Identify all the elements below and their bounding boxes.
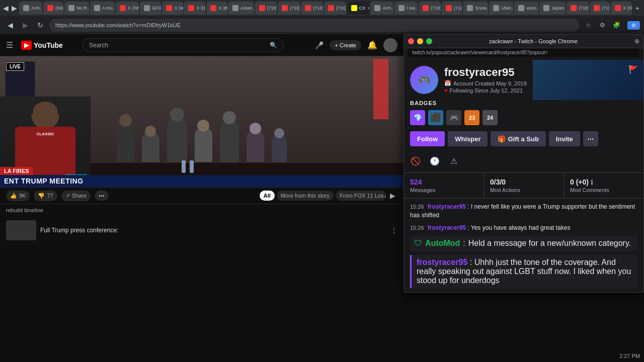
next-tab-btn[interactable]: ▶	[388, 190, 397, 202]
search-icon: 🔍	[270, 42, 277, 49]
close-window-btn[interactable]	[408, 38, 414, 44]
tab-34[interactable]: X 34	[162, 2, 183, 15]
chat-messages: 15:26 frostyracer95 : I never felt like …	[404, 199, 643, 292]
badge-verified[interactable]: ⬛	[428, 110, 443, 125]
window-action-btn[interactable]: ⊕	[634, 38, 639, 45]
create-btn[interactable]: + Create	[330, 40, 361, 50]
new-tab-btn[interactable]: +	[633, 2, 642, 14]
rebuild-area: rebuild timeline	[0, 204, 404, 216]
minimize-window-btn[interactable]	[417, 38, 423, 44]
tab-forward-btn[interactable]: ▶	[11, 3, 18, 13]
user-avatar-twitch: 🎮	[410, 66, 438, 94]
dislike-btn[interactable]: 👎 77	[34, 191, 57, 201]
tab-38[interactable]: X 38	[206, 2, 227, 15]
badges-row: 💎 ⬛ 🎮 23 24	[410, 110, 637, 125]
account-btn[interactable]: ⚙	[596, 19, 608, 31]
forward-btn[interactable]: ▶	[19, 19, 31, 31]
timeout-icon[interactable]: 🕐	[429, 155, 440, 166]
info-icon[interactable]: ℹ	[591, 178, 593, 186]
tab-bar: ◀ ▶ Arm... (66) No R... A mu... X 206 GF…	[0, 0, 644, 16]
tab-japan[interactable]: Japan...	[539, 2, 566, 15]
mod-comments-value: 0 (+0)	[570, 178, 589, 186]
maximize-window-btn[interactable]	[426, 38, 432, 44]
story-title: Full Trump press conference:	[40, 227, 386, 234]
tab-71y[interactable]: (71)	[590, 2, 610, 15]
ban-icon[interactable]: 🚫	[410, 155, 421, 166]
rebuild-timeline-text: rebuild timeline	[6, 207, 43, 213]
mic-icon[interactable]: 🎤	[315, 41, 324, 49]
chat-highlighted-user[interactable]: frostyracer95	[417, 258, 467, 266]
story-section: Full Trump press conference: ⋮	[0, 216, 404, 244]
twitch-url-bar[interactable]: twitch.tv/popout/zackrawrr/viewercard/fr…	[408, 48, 639, 57]
mod-actions-stat: 0/3/0 Mod Actions	[484, 173, 564, 198]
tab-gfg[interactable]: GFG	[140, 2, 162, 15]
tab-arm2[interactable]: Arm...	[370, 2, 393, 15]
chat-user-1[interactable]: frostyracer95	[428, 203, 466, 210]
profile-info: frostyracer95 📅 Account Created May 9, 2…	[444, 66, 527, 94]
address-bar[interactable]: https://www.youtube.com/watch?v=mDIDhyW1…	[49, 19, 579, 32]
tab-all[interactable]: All	[260, 191, 275, 201]
follow-button[interactable]: Follow	[410, 131, 445, 146]
tab-x20[interactable]: X 20	[611, 2, 632, 15]
warning-icon[interactable]: ⚠	[448, 155, 459, 166]
chat-user-2[interactable]: frostyracer95	[428, 224, 466, 231]
search-placeholder: Search	[89, 42, 108, 49]
tab-back-btn[interactable]: ◀	[2, 3, 10, 13]
yt-search-bar[interactable]: Search 🔍	[83, 38, 284, 52]
chrome-account-btn[interactable]: ⚙	[627, 21, 640, 30]
invite-button[interactable]: Invite	[549, 131, 580, 146]
badge-year23[interactable]: 23	[464, 110, 479, 125]
reload-btn[interactable]: ↻	[34, 19, 46, 31]
live-badge: LIVE	[6, 62, 24, 71]
flag-icon[interactable]: 🚩	[628, 65, 638, 74]
tab-716a[interactable]: (716)	[278, 2, 300, 15]
chat-automod-message: 🛡 AutoMod : Held a message for a new/unk…	[410, 236, 637, 251]
dots-icon: •••	[99, 193, 105, 199]
tab-assoc[interactable]: asso...	[514, 2, 538, 15]
tab-cx-active[interactable]: CX×	[347, 2, 370, 15]
badge-year24[interactable]: 24	[482, 110, 498, 125]
extension-btn[interactable]: 🧩	[610, 19, 622, 31]
story-more-btn[interactable]: ⋮	[390, 226, 397, 234]
badge-subscriber[interactable]: 💎	[410, 110, 425, 125]
news-ticker: LA FIRES ENT TRUMP MEETING	[0, 166, 404, 187]
more-options-button[interactable]: ⋯	[583, 131, 598, 146]
whisper-button[interactable]: Whisper	[448, 131, 488, 146]
tab-snow[interactable]: Snow...	[463, 2, 488, 15]
chat-message-1: 15:26 frostyracer95 : I never felt like …	[410, 203, 637, 220]
tab-71x[interactable]: (71)	[442, 2, 462, 15]
tab-arm[interactable]: Arm...	[19, 2, 42, 15]
tab-718a[interactable]: (718)	[255, 2, 277, 15]
tab-nor[interactable]: No R...	[64, 2, 89, 15]
badge-game[interactable]: 🎮	[446, 110, 461, 125]
tab-i[interactable]: I wa...	[394, 2, 418, 15]
tab-718c[interactable]: (718)	[567, 2, 589, 15]
back-btn[interactable]: ◀	[4, 19, 16, 31]
tab-fox11[interactable]: From FOX 11 Los A...	[336, 191, 386, 201]
twitch-url-text: twitch.tv/popout/zackrawrr/viewercard/fr…	[412, 50, 548, 55]
tab-716b[interactable]: (716)	[301, 2, 323, 15]
bookmark-btn[interactable]: ☆	[582, 19, 594, 31]
window-title: zackrawrr - Twitch - Google Chrome	[435, 38, 631, 44]
tab-asser[interactable]: Asser...	[228, 2, 254, 15]
tab-66[interactable]: (66)	[43, 2, 63, 15]
share-btn[interactable]: ↗ Share	[61, 191, 91, 201]
tab-amu[interactable]: A mu...	[90, 2, 115, 15]
more-actions-btn[interactable]: •••	[95, 191, 109, 201]
tab-206[interactable]: X 206	[116, 2, 139, 15]
tab-uber[interactable]: Uber...	[489, 2, 513, 15]
url-text: https://www.youtube.com/watch?v=mDIDhyW1…	[55, 22, 181, 28]
notifications-btn[interactable]: 🔔	[367, 40, 377, 50]
badges-section: BADGES 💎 ⬛ 🎮 23 24	[404, 100, 643, 131]
user-avatar[interactable]	[383, 38, 397, 52]
yt-menu-icon[interactable]: ☰	[6, 40, 13, 50]
story-thumbnail[interactable]	[6, 220, 36, 240]
mod-comments-stat: 0 (+0) ℹ Mod Comments	[564, 173, 643, 198]
like-btn[interactable]: 👍 9K	[6, 191, 30, 201]
tab-31[interactable]: X 31	[184, 2, 205, 15]
gift-sub-button[interactable]: 🎁 Gift a Sub	[491, 131, 545, 146]
stats-section: 524 Messages 0/3/0 Mod Actions 0 (+0) ℹ …	[404, 172, 643, 199]
tab-718b[interactable]: (718)	[419, 2, 441, 15]
tab-more-story[interactable]: More from this story	[277, 191, 334, 201]
tab-716c[interactable]: (716)	[324, 2, 346, 15]
